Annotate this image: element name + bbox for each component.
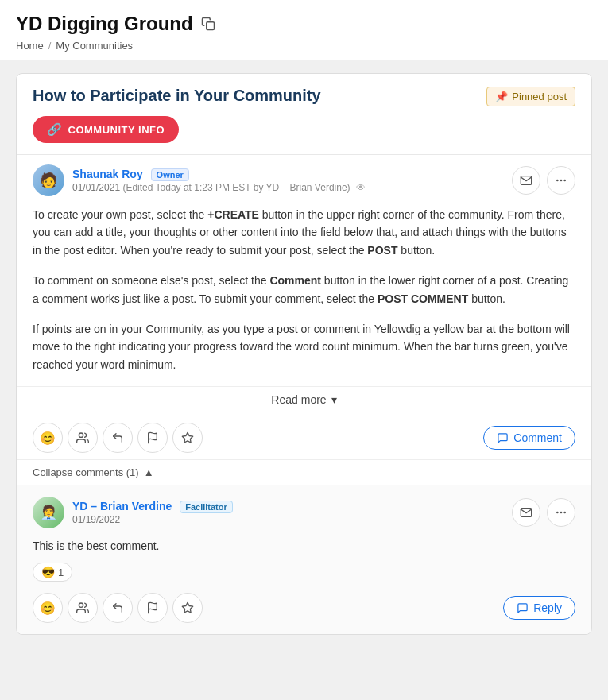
owner-badge: Owner: [151, 168, 189, 181]
post-bold: POST: [367, 244, 397, 257]
comment-avatar-image: 🧑‍💼: [33, 497, 64, 528]
svg-point-9: [563, 512, 566, 514]
emoji-reaction-count: 1: [58, 567, 64, 578]
copy-icon[interactable]: [201, 17, 215, 31]
comment-button-label: Comment: [513, 431, 562, 444]
svg-point-3: [563, 180, 566, 182]
comment-star-button[interactable]: [172, 593, 203, 623]
post-paragraph-1: To create your own post, select the +CRE…: [33, 206, 575, 259]
community-info-button[interactable]: 🔗 COMMUNITY INFO: [33, 116, 179, 143]
comment-button[interactable]: Comment: [483, 426, 575, 450]
comment-item: 🧑‍💼 YD – Brian Verdine Facilitator 01/19…: [17, 485, 591, 634]
pin-icon: 📌: [495, 91, 508, 102]
post-header: How to Participate in Your Community 📌 P…: [17, 74, 591, 116]
svg-point-10: [79, 603, 83, 607]
collapse-label: Collapse comments (1): [33, 466, 139, 478]
avatar-image: 🧑: [33, 164, 64, 196]
svg-point-2: [560, 180, 563, 182]
breadcrumb-separator: /: [48, 40, 52, 52]
share-react-button[interactable]: [103, 423, 133, 453]
people-react-button[interactable]: [68, 423, 98, 453]
svg-point-7: [556, 512, 559, 514]
svg-marker-12: [182, 602, 192, 613]
comment-more-button[interactable]: [547, 498, 575, 527]
author-row: 🧑 Shaunak Roy Owner 01/01/2021 (Edited T…: [17, 164, 591, 203]
comment-author-name[interactable]: YD – Brian Verdine: [72, 500, 172, 512]
post-paragraph-2: To comment on someone else's post, selec…: [33, 272, 575, 307]
community-info-label: COMMUNITY INFO: [68, 124, 165, 136]
emoji-reaction-icon: 😎: [41, 566, 55, 578]
svg-point-4: [79, 433, 83, 437]
comment-author-actions: [512, 498, 575, 527]
create-bold: +CREATE: [207, 208, 259, 221]
comment-author-row: 🧑‍💼 YD – Brian Verdine Facilitator 01/19…: [33, 497, 575, 528]
page-header: YD Digging Ground Home / My Communities: [0, 0, 608, 60]
post-edited: (Edited Today at 1:23 PM EST by YD – Bri…: [122, 182, 350, 193]
comment-author-info: YD – Brian Verdine Facilitator 01/19/202…: [72, 500, 233, 525]
comment-author-left: 🧑‍💼 YD – Brian Verdine Facilitator 01/19…: [33, 497, 233, 528]
comment-people-button[interactable]: [68, 593, 98, 623]
post-card: How to Participate in Your Community 📌 P…: [16, 73, 592, 635]
star-react-button[interactable]: [172, 423, 203, 453]
comment-bold: Comment: [269, 274, 321, 287]
facilitator-badge: Facilitator: [180, 501, 233, 513]
svg-marker-6: [182, 432, 192, 443]
comment-body: This is the best comment.: [33, 535, 575, 563]
comment-reaction-bar: 😊: [33, 590, 575, 623]
svg-point-1: [556, 180, 559, 182]
post-paragraph-3: If points are on in your Community, as y…: [33, 320, 575, 373]
page-title: YD Digging Ground: [16, 13, 193, 35]
comment-share-button[interactable]: [103, 593, 133, 623]
post-date: 01/01/2021 (Edited Today at 1:23 PM EST …: [72, 182, 366, 193]
author-name[interactable]: Shaunak Roy: [72, 168, 143, 180]
post-body: To create your own post, select the +CRE…: [17, 203, 591, 386]
post-comment-bold: POST COMMENT: [378, 292, 468, 305]
comment-emoji-button[interactable]: 😊: [33, 593, 63, 623]
comment-mail-button[interactable]: [512, 498, 540, 527]
main-content: How to Participate in Your Community 📌 P…: [0, 60, 608, 648]
author-left: 🧑 Shaunak Roy Owner 01/01/2021 (Edited T…: [33, 164, 366, 196]
collapse-icon: ▲: [144, 466, 154, 478]
mail-button[interactable]: [512, 166, 540, 195]
comment-flag-button[interactable]: [137, 593, 168, 623]
eye-icon[interactable]: 👁: [356, 182, 366, 193]
read-more[interactable]: Read more ▾: [17, 386, 591, 416]
title-row: YD Digging Ground: [16, 13, 592, 35]
breadcrumb-current: My Communities: [56, 40, 133, 52]
emoji-react-button[interactable]: 😊: [33, 423, 63, 453]
breadcrumb-home[interactable]: Home: [16, 40, 44, 52]
post-reaction-bar: 😊: [17, 416, 591, 459]
comment-date: 01/19/2022: [72, 514, 233, 525]
reply-button-label: Reply: [533, 601, 562, 614]
read-more-label: Read more: [271, 393, 326, 406]
collapse-comments[interactable]: Collapse comments (1) ▲: [17, 459, 591, 485]
reaction-left: 😊: [33, 423, 203, 453]
comment-section: 🧑‍💼 YD – Brian Verdine Facilitator 01/19…: [17, 485, 591, 634]
avatar: 🧑: [33, 164, 64, 196]
chevron-down-icon: ▾: [331, 393, 337, 406]
flag-react-button[interactable]: [137, 423, 168, 453]
post-title: How to Participate in Your Community: [33, 87, 321, 105]
more-options-button[interactable]: [547, 166, 575, 195]
reply-button[interactable]: Reply: [503, 596, 575, 620]
emoji-reaction-badge[interactable]: 😎 1: [33, 563, 72, 582]
author-info: Shaunak Roy Owner 01/01/2021 (Edited Tod…: [72, 168, 366, 193]
svg-point-8: [560, 512, 563, 514]
pinned-label: Pinned post: [512, 91, 567, 102]
comment-author-name-row: YD – Brian Verdine Facilitator: [72, 500, 233, 512]
community-info-icon: 🔗: [47, 122, 63, 137]
svg-rect-0: [206, 22, 214, 30]
author-actions: [512, 166, 575, 195]
comment-reaction-left: 😊: [33, 593, 203, 623]
pinned-badge: 📌 Pinned post: [486, 87, 575, 106]
divider: [17, 154, 591, 155]
author-name-row: Shaunak Roy Owner: [72, 168, 366, 180]
comment-avatar: 🧑‍💼: [33, 497, 64, 528]
post-date-value: 01/01/2021: [72, 182, 120, 193]
breadcrumb: Home / My Communities: [16, 40, 592, 52]
